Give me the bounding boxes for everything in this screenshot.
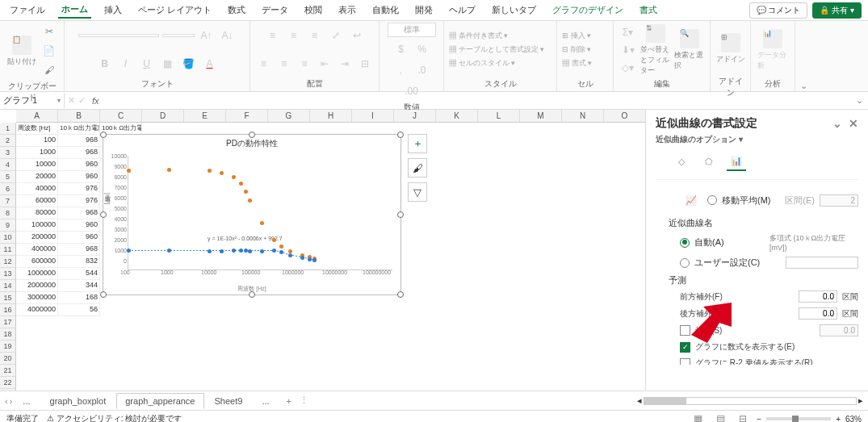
delete-cells[interactable]: ⊟ 削除 ▾ — [562, 44, 591, 55]
format-painter[interactable]: 🖌 — [40, 61, 58, 79]
tab-review[interactable]: 校閲 — [301, 2, 325, 18]
orientation[interactable]: ⤢ — [327, 27, 345, 44]
tab-insert[interactable]: 挿入 — [101, 2, 125, 18]
sort-filter[interactable]: ⇅並べ替えとフィルター — [640, 24, 671, 76]
addin-button[interactable]: ⊞アドイン — [715, 23, 745, 74]
tab-help[interactable]: ヘルプ — [446, 2, 479, 18]
sheet-tab-more[interactable]: ... — [253, 393, 278, 409]
wrap-text[interactable]: ↩ — [348, 27, 366, 44]
formula-expand[interactable]: ⌄ — [851, 95, 868, 106]
fill-line-tab[interactable]: ◇ — [672, 152, 691, 171]
cut-button[interactable]: ✂ — [40, 23, 58, 40]
tab-nav-next[interactable]: › — [10, 396, 13, 406]
horizontal-scrollbar[interactable]: ◂▸ — [637, 396, 863, 406]
intercept-check[interactable] — [680, 325, 690, 336]
interval-input[interactable] — [820, 194, 858, 207]
effects-tab[interactable]: ⬠ — [699, 152, 719, 171]
bold-button[interactable]: B — [96, 55, 114, 73]
accessibility-status[interactable]: ⚠ アクセシビリティ: 検討が必要です — [47, 413, 182, 422]
zoom-in[interactable]: + — [836, 415, 841, 423]
sheet-tab-0[interactable]: graph_boxplot — [41, 393, 115, 409]
column-headers[interactable]: ABCDEFGHIJKLMNOPQ — [16, 110, 646, 123]
ribbon-collapse[interactable]: ⌄ — [795, 21, 811, 91]
merge[interactable]: ⊟ — [357, 55, 374, 73]
find-select[interactable]: 🔍検索と選択 — [674, 24, 705, 76]
accept-formula[interactable]: ✓ — [78, 95, 86, 106]
chart-filter-btn[interactable]: ▽ — [408, 182, 427, 202]
tab-ellipsis-left[interactable]: ... — [14, 393, 39, 409]
trendline-options-tab[interactable]: 📊 — [727, 152, 746, 171]
font-color[interactable]: A — [201, 55, 219, 73]
chart-elements-btn[interactable]: ＋ — [408, 134, 427, 153]
format-cells[interactable]: ▦ 書式 ▾ — [562, 58, 592, 69]
currency[interactable]: $ — [392, 40, 410, 58]
custom-name-radio[interactable] — [680, 258, 690, 268]
panel-close[interactable]: ✕ — [849, 117, 858, 130]
fill-color[interactable]: 🪣 — [180, 55, 198, 73]
indent-dec[interactable]: ⇤ — [317, 55, 333, 73]
font-name[interactable] — [78, 34, 159, 37]
font-size[interactable] — [162, 34, 195, 37]
align-left[interactable]: ≡ — [255, 55, 272, 73]
border-button[interactable]: ▦ — [159, 55, 177, 73]
tab-chart-design[interactable]: グラフのデザイン — [549, 2, 627, 18]
insert-cells[interactable]: ⊞ 挿入 ▾ — [562, 31, 591, 41]
align-bottom[interactable]: ≡ — [306, 27, 324, 44]
table-format-btn[interactable]: ▦ テーブルとして書式設定 ▾ — [449, 44, 544, 55]
align-top[interactable]: ≡ — [264, 27, 282, 44]
tab-newtab[interactable]: 新しいタブ — [489, 2, 539, 18]
add-sheet[interactable]: + — [280, 396, 298, 406]
tab-home[interactable]: ホーム — [58, 2, 91, 19]
forward-input[interactable] — [799, 290, 837, 303]
formula-input[interactable] — [103, 99, 851, 102]
auto-name-radio[interactable] — [680, 238, 690, 248]
increase-font[interactable]: A↑ — [198, 27, 216, 44]
share-button[interactable]: 🔒 共有 ▾ — [812, 2, 862, 19]
inc-decimal[interactable]: .0 — [413, 61, 431, 79]
grid[interactable]: ABCDEFGHIJKLMNOPQ 1234567891011121314151… — [0, 110, 646, 391]
comment-button[interactable]: 💬 コメント — [749, 2, 808, 19]
tab-automate[interactable]: 自動化 — [369, 2, 402, 18]
view-page-layout[interactable]: ▤ — [711, 410, 729, 422]
custom-name-input[interactable] — [786, 257, 858, 269]
indent-inc[interactable]: ⇥ — [337, 55, 354, 73]
panel-subtitle[interactable]: 近似曲線のオプション — [656, 135, 736, 144]
view-page-break[interactable]: ⊟ — [734, 410, 752, 422]
clear-btn[interactable]: ◇▾ — [619, 59, 637, 77]
underline-button[interactable]: U — [138, 55, 156, 73]
copy-button[interactable]: 📄 — [40, 42, 58, 60]
panel-options[interactable]: ⌄ — [832, 117, 842, 130]
zoom-out[interactable]: − — [757, 415, 761, 423]
number-format[interactable]: 標準 — [388, 23, 436, 37]
comma[interactable]: , — [392, 61, 410, 79]
tab-file[interactable]: ファイル — [6, 2, 48, 18]
sheet-tab-2[interactable]: Sheet9 — [206, 393, 252, 409]
paste-button[interactable]: 📋貼り付け — [6, 25, 37, 77]
show-r2-check[interactable] — [680, 358, 690, 366]
name-box[interactable]: グラフ 1 — [0, 93, 65, 108]
tab-list[interactable]: ⋮ — [300, 395, 308, 406]
cell-styles-btn[interactable]: ▦ セルのスタイル ▾ — [449, 58, 515, 69]
percent[interactable]: % — [413, 40, 431, 58]
dec-decimal[interactable]: .00 — [403, 82, 421, 100]
tab-formulas[interactable]: 数式 — [224, 2, 249, 18]
chart-object[interactable]: PDの動作特性 y = 1E-10x² - 0.0006x + 992.7 01… — [103, 134, 401, 295]
chart-styles-btn[interactable]: 🖌 — [408, 158, 427, 178]
backward-input[interactable] — [799, 307, 837, 320]
tab-developer[interactable]: 開発 — [412, 2, 436, 18]
tab-view[interactable]: 表示 — [335, 2, 359, 18]
tab-data[interactable]: データ — [258, 2, 291, 18]
intercept-input[interactable] — [820, 324, 858, 336]
decrease-font[interactable]: A↓ — [219, 27, 237, 44]
fx-icon[interactable]: fx — [89, 96, 103, 106]
zoom-level[interactable]: 63% — [845, 415, 862, 423]
row-headers[interactable]: 1234567891011121314151617181920212223 — [0, 123, 16, 391]
moving-avg-radio[interactable] — [707, 195, 717, 205]
zoom-slider[interactable] — [766, 417, 831, 420]
align-middle[interactable]: ≡ — [285, 27, 303, 44]
view-normal[interactable]: ▦ — [689, 410, 707, 422]
align-right[interactable]: ≡ — [296, 55, 312, 73]
align-center[interactable]: ≡ — [275, 55, 292, 73]
cond-format-btn[interactable]: ▦ 条件付き書式 ▾ — [449, 31, 508, 41]
tab-format[interactable]: 書式 — [636, 2, 660, 18]
